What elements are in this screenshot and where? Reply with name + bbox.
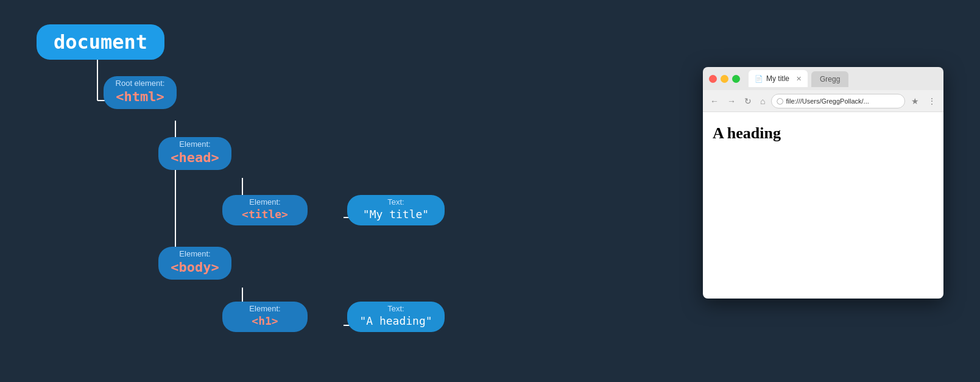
back-button[interactable]: ←: [708, 95, 721, 107]
profile-name: Gregg: [820, 75, 840, 83]
browser-titlebar: 📄 My title ✕ Gregg: [703, 67, 943, 90]
title-node-tag: <title>: [242, 208, 288, 221]
title-node: Element: <title>: [222, 195, 308, 225]
browser-content: A heading: [703, 112, 943, 299]
title-text-label: Text:: [387, 197, 404, 207]
document-label: document: [54, 30, 147, 54]
maximize-button-icon[interactable]: [732, 75, 740, 83]
forward-button[interactable]: →: [725, 95, 738, 107]
address-bar[interactable]: ◯ file:///Users/GreggPollack/...: [771, 94, 905, 108]
body-node-tag: <body>: [171, 260, 219, 275]
body-node-label: Element:: [179, 249, 210, 258]
body-node: Element: <body>: [158, 247, 231, 280]
reload-button[interactable]: ↻: [742, 95, 754, 107]
html-node-label: Root element:: [116, 79, 165, 88]
browser-navbar: ← → ↻ ⌂ ◯ file:///Users/GreggPollack/...…: [703, 90, 943, 112]
active-tab[interactable]: 📄 My title ✕: [749, 70, 808, 87]
document-node: document: [37, 24, 164, 60]
dom-tree: document Root element: <html> Element: <…: [24, 12, 548, 372]
title-text-node: Text: "My title": [347, 195, 445, 225]
menu-button[interactable]: ⋮: [925, 95, 939, 107]
profile-tab[interactable]: Gregg: [811, 71, 848, 87]
head-node-tag: <head>: [171, 150, 219, 165]
h1-text-node: Text: "A heading": [347, 302, 445, 332]
head-node-label: Element:: [179, 140, 210, 149]
h1-text-label: Text:: [387, 304, 404, 313]
browser-window: 📄 My title ✕ Gregg ← → ↻ ⌂ ◯ file:///Use…: [703, 67, 943, 299]
bookmark-button[interactable]: ★: [909, 95, 922, 107]
title-node-label: Element:: [249, 197, 280, 207]
address-text: file:///Users/GreggPollack/...: [786, 97, 869, 105]
h1-node: Element: <h1>: [222, 302, 308, 332]
title-text-value: "My title": [363, 208, 429, 221]
h1-node-label: Element:: [249, 304, 280, 313]
html-node-tag: <html>: [116, 89, 164, 104]
close-button-icon[interactable]: [709, 75, 717, 83]
h1-text-value: "A heading": [359, 314, 432, 327]
page-heading: A heading: [713, 124, 934, 143]
tab-title: My title: [766, 74, 789, 83]
address-lock-icon: ◯: [777, 97, 783, 104]
tab-close-icon[interactable]: ✕: [796, 75, 802, 83]
head-node: Element: <head>: [158, 137, 231, 170]
tab-page-icon: 📄: [755, 75, 763, 83]
home-button[interactable]: ⌂: [758, 95, 767, 107]
h1-node-tag: <h1>: [252, 314, 278, 327]
minimize-button-icon[interactable]: [721, 75, 728, 83]
html-node: Root element: <html>: [104, 76, 177, 109]
